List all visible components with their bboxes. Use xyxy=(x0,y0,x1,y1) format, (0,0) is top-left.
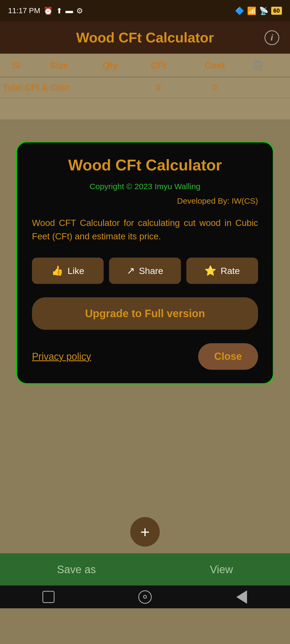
upgrade-label: Upgrade to Full version xyxy=(85,308,205,319)
data-table: Sl Size Qty CFt Cost Total CFt & Cost 0 … xyxy=(0,54,290,120)
save-as-button[interactable]: Save as xyxy=(57,564,96,576)
back-nav-icon xyxy=(236,590,247,604)
dialog-developed: Developed By: IW(CS) xyxy=(32,196,258,206)
col-size: Size xyxy=(30,60,89,71)
dialog-description: Wood CFT Calculator for calculating cut … xyxy=(32,216,258,243)
close-button[interactable]: Close xyxy=(198,343,258,370)
nav-home-button[interactable] xyxy=(136,588,154,606)
trash-icon xyxy=(252,58,264,72)
status-left: 11:17 PM ⏰ ⬆ ▬ ⚙ xyxy=(8,6,83,15)
battery-indicator: 60 xyxy=(271,7,282,15)
main-content: Wood CFt Calculator Copyright © 2023 Imy… xyxy=(0,120,290,608)
like-label: Like xyxy=(67,266,84,276)
notification-icon: ▬ xyxy=(66,6,73,15)
view-button[interactable]: View xyxy=(210,564,233,576)
square-nav-icon xyxy=(42,591,55,603)
app-header: Wood CFt Calculator i xyxy=(0,21,290,54)
bluetooth-icon: 🔷 xyxy=(235,6,244,15)
star-icon: ⭐ xyxy=(204,265,216,276)
col-sl: Sl xyxy=(3,60,30,71)
table-total-row: Total CFt & Cost 0 0 xyxy=(0,77,290,98)
total-label: Total CFt & Cost xyxy=(3,83,132,93)
rate-label: Rate xyxy=(220,266,240,276)
plus-icon: + xyxy=(140,523,150,541)
alarm-icon: ⏰ xyxy=(44,6,53,15)
upgrade-button[interactable]: Upgrade to Full version xyxy=(32,297,258,330)
like-button[interactable]: 👍 Like xyxy=(32,258,104,284)
time-display: 11:17 PM xyxy=(8,6,40,15)
wifi-icon: 📡 xyxy=(259,6,269,15)
status-right: 🔷 📶 📡 60 xyxy=(235,6,282,15)
share-button[interactable]: ↗ Share xyxy=(109,258,181,284)
dialog-copyright: Copyright © 2023 Imyu Walling xyxy=(32,182,258,191)
table-header: Sl Size Qty CFt Cost xyxy=(0,54,290,77)
dialog-actions-row: 👍 Like ↗ Share ⭐ Rate xyxy=(32,258,258,284)
circle-inner-nav-icon xyxy=(143,595,147,599)
signal-icon: 📶 xyxy=(247,6,256,15)
upload-icon: ⬆ xyxy=(56,6,62,15)
status-bar: 11:17 PM ⏰ ⬆ ▬ ⚙ 🔷 📶 📡 60 xyxy=(0,0,290,21)
total-cft-value: 0 xyxy=(132,83,185,93)
dialog-title: Wood CFt Calculator xyxy=(32,156,258,174)
bottom-bar: Save as View xyxy=(0,553,290,586)
circle-nav-icon xyxy=(138,590,152,604)
app-title: Wood CFt Calculator xyxy=(76,30,214,46)
about-dialog: Wood CFt Calculator Copyright © 2023 Imy… xyxy=(16,141,274,384)
table-empty-row xyxy=(0,98,290,120)
fab-add-button[interactable]: + xyxy=(130,517,160,547)
nav-square-button[interactable] xyxy=(39,588,58,606)
thumbs-up-icon: 👍 xyxy=(51,265,63,276)
col-cost: Cost xyxy=(185,60,244,71)
privacy-policy-link[interactable]: Privacy policy xyxy=(32,351,91,362)
rate-button[interactable]: ⭐ Rate xyxy=(186,258,258,284)
col-cft: CFt xyxy=(132,60,185,71)
col-qty: Qty xyxy=(89,60,132,71)
info-button[interactable]: i xyxy=(264,30,279,45)
share-icon: ↗ xyxy=(127,265,135,276)
nav-bar xyxy=(0,586,290,608)
nav-back-button[interactable] xyxy=(232,588,251,606)
share-label: Share xyxy=(139,266,163,276)
settings-icon: ⚙ xyxy=(76,6,83,15)
total-cost-value: 0 xyxy=(185,83,244,93)
dialog-bottom-row: Privacy policy Close xyxy=(32,343,258,370)
delete-col-header xyxy=(244,58,271,72)
